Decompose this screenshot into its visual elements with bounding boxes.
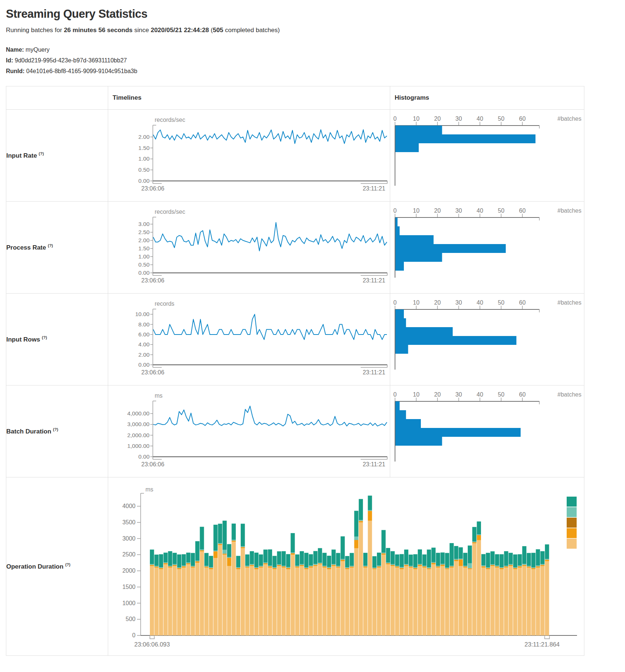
stacked-bar-segment [363,566,367,566]
stacked-bar-segment [518,554,522,566]
stacked-bar-segment [354,540,358,540]
stacked-bar-segment [472,542,476,544]
stacked-bar-segment [386,563,390,565]
help-icon[interactable]: (?) [48,243,53,248]
help-icon[interactable]: (?) [42,335,47,340]
stacked-bar-segment [413,567,417,568]
row-label-operation-duration: Operation Duration (?) [6,477,108,656]
stacked-bar-segment [499,568,504,568]
stacked-bar-segment [345,568,349,569]
stacked-bar-segment [345,568,349,568]
stacked-bar-segment [245,567,249,568]
stacked-bar-segment [432,563,436,563]
stacked-bar-segment [304,568,308,568]
help-icon[interactable]: (?) [39,151,44,156]
legend-swatch-5[interactable] [567,539,577,549]
stacked-bar-segment [159,568,163,568]
stacked-bar-segment [309,566,313,568]
svg-text:23:11:21.864: 23:11:21.864 [525,641,560,648]
stacked-bar-segment [332,564,336,565]
stacked-bar-segment [454,561,458,635]
stacked-bar-segment [427,568,431,568]
legend-swatch-1[interactable] [567,497,577,507]
stacked-bar-segment [418,565,422,565]
svg-text:2.00: 2.00 [138,134,150,140]
stacked-bar-segment [350,567,354,568]
stacked-bar-segment [300,551,304,564]
histogram-bar [395,428,521,437]
stacked-bar-segment [236,556,240,568]
stacked-bar-segment [481,554,485,566]
stacked-bar-segment [527,553,531,566]
stacked-bar-segment [223,554,227,555]
svg-text:20: 20 [434,208,441,214]
stacked-bar-segment [445,568,449,569]
stacked-bar-segment [422,566,426,566]
stacked-bar-segment [450,543,454,566]
svg-text:ms: ms [145,486,153,493]
stacked-bar-segment [264,549,268,562]
stacked-bar-segment [277,551,281,564]
histogram-bar [395,226,400,235]
stacked-bar-segment [254,568,258,569]
svg-text:20: 20 [434,116,441,122]
legend-swatch-2[interactable] [567,507,577,517]
stacked-bar-segment [272,556,277,568]
stacked-bar-segment [509,565,513,565]
stacked-bar-segment [173,565,177,565]
stacked-bar-segment [173,566,177,635]
legend-swatch-4[interactable] [567,528,577,538]
svg-text:23:06:06.093: 23:06:06.093 [134,641,170,648]
query-metadata: Name: myQuery Id: 9d0dd219-995d-423e-b97… [6,44,625,76]
stacked-bar-segment [150,565,154,565]
stacked-bar-segment [440,566,444,635]
stacked-bar-segment [300,565,304,565]
stacked-bar-segment [472,542,476,542]
stacked-bar-segment [164,553,168,562]
stacked-bar-segment [477,535,481,540]
stacked-bar-segment [477,540,481,635]
stacked-bar-segment [227,557,231,558]
stacked-bar-segment [531,568,535,569]
stacked-bar-segment [422,555,426,566]
stacked-bar-segment [540,564,545,565]
stacked-bar-segment [477,521,481,534]
stacked-bar-segment [345,569,349,635]
stacked-bar-segment [381,553,385,555]
stacked-bar-segment [164,563,168,564]
stacked-bar-segment [177,568,181,568]
svg-text:20: 20 [434,391,441,398]
stacked-bar-segment [513,568,517,569]
stacked-bar-segment [450,566,454,566]
stacked-bar-segment [191,567,195,568]
stacked-bar-segment [531,568,535,568]
svg-text:0: 0 [132,632,135,638]
help-icon[interactable]: (?) [53,427,58,432]
stacked-bar-segment [205,568,209,635]
stacked-bar-segment [363,567,367,568]
stacked-bar-segment [186,565,190,636]
help-icon[interactable]: (?) [65,562,71,567]
page-title: Streaming Query Statistics [6,7,625,21]
stacked-bar-segment [291,533,295,553]
svg-text:23:11:21: 23:11:21 [363,277,385,284]
stacked-bar-segment [168,566,172,566]
stacked-bar-segment [386,548,390,562]
histogram-bar [395,126,442,134]
svg-text:3000: 3000 [122,535,135,542]
stacked-bar-segment [350,566,354,567]
legend-swatch-3[interactable] [567,518,577,528]
stacked-bar-segment [332,565,336,566]
stacked-bar-segment [404,565,408,566]
svg-text:40: 40 [477,299,483,306]
stacked-bar-segment [245,566,249,566]
stacked-bar-segment [409,555,413,566]
svg-text:23:11:21: 23:11:21 [363,185,385,192]
stacked-bar-segment [432,563,436,565]
stacked-bar-segment [309,566,313,567]
stacked-bar-segment [277,565,281,565]
svg-text:0.50: 0.50 [138,167,150,173]
svg-text:4.00: 4.00 [138,341,150,347]
svg-text:1500: 1500 [122,584,135,590]
svg-text:23:06:06: 23:06:06 [141,461,164,467]
